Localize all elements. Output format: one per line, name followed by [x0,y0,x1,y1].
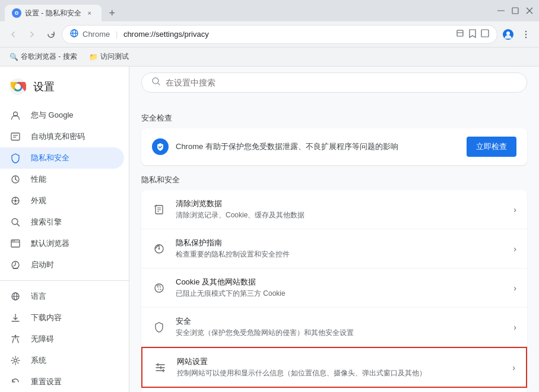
autofill-icon [9,131,21,143]
sidebar-item-default-browser-label: 默认浏览器 [31,238,69,249]
window-controls [496,6,534,15]
svg-rect-19 [11,133,20,140]
address-bar[interactable]: Chrome | chrome://settings/privacy [62,25,497,44]
sidebar: 设置 您与 Google 自动填充和密码 隐私和安全 [0,67,129,392]
performance-icon [9,173,21,185]
toolbar: Chrome | chrome://settings/privacy [0,21,539,48]
bookmark-icon[interactable] [468,29,477,40]
settings-row-privacy-sandbox[interactable]: Privacy Sandbox 试用版功能已关闭 [141,388,527,392]
privacy-guide-icon [152,242,166,256]
sidebar-item-downloads-label: 下载内容 [31,312,62,323]
sidebar-item-accessibility[interactable]: 无障碍 [0,328,124,350]
sidebar-header: 设置 [0,71,129,105]
site-settings-icon [153,361,167,375]
bookmarks-bar: 🔍 谷歌浏览器 - 搜索 📁 访问测试 [0,48,539,67]
settings-list: 清除浏览数据 清除浏览记录、Cookie、缓存及其他数据 › 隐私保护指南 检查… [141,190,527,392]
menu-button[interactable] [518,26,534,43]
sidebar-item-system[interactable]: 系统 [0,350,124,371]
sidebar-item-profile[interactable]: 您与 Google [0,105,124,126]
settings-row-clear-browsing[interactable]: 清除浏览数据 清除浏览记录、Cookie、缓存及其他数据 › [141,190,527,229]
minimize-button[interactable] [496,6,506,15]
security-subtitle: 安全浏览（保护您免受危险网站的侵害）和其他安全设置 [176,328,504,338]
site-settings-text: 网站设置 控制网站可以使用和显示什么信息（如位置信息、摄像头、弹出式窗口及其他） [177,356,503,378]
new-tab-button[interactable]: + [104,5,121,21]
settings-search-bar [129,67,539,99]
search-input[interactable] [166,78,517,87]
sidebar-item-reset[interactable]: 重置设置 [0,371,124,392]
window-switch-icon[interactable] [480,29,490,40]
content-area: 安全检查 Chrome 有助于保护您免受数据泄露、不良扩展程序等问题的影响 立即… [129,67,539,392]
sidebar-item-autofill[interactable]: 自动填充和密码 [0,126,124,147]
sidebar-divider [0,280,129,281]
refresh-button[interactable] [43,26,59,43]
bookmark-visit[interactable]: 📁 访问测试 [84,49,134,64]
sidebar-item-performance[interactable]: 性能 [0,169,124,190]
privacy-guide-subtitle: 检查重要的隐私控制设置和安全控件 [176,249,504,260]
tab-area: 设置 - 隐私和安全 × + [5,0,121,21]
sidebar-item-privacy-label: 隐私和安全 [31,153,69,163]
bookmark-visit-label: 访问测试 [100,52,129,62]
default-browser-icon [9,238,21,249]
site-settings-arrow: › [512,363,515,372]
folder-icon: 📁 [89,53,98,61]
toolbar-actions [500,26,534,43]
search-icon [151,77,161,88]
forward-button[interactable] [24,26,40,43]
sidebar-item-profile-label: 您与 Google [31,110,74,121]
maximize-button[interactable] [511,6,520,15]
svg-point-42 [14,359,17,362]
sidebar-item-search[interactable]: 搜索引擎 [0,211,124,233]
active-tab[interactable]: 设置 - 隐私和安全 × [5,5,102,21]
svg-point-17 [15,84,21,90]
settings-row-security[interactable]: 安全 安全浏览（保护您免受危险网站的侵害）和其他安全设置 › [141,308,527,347]
settings-row-cookies[interactable]: Cookie 及其他网站数据 已阻止无痕模式下的第三方 Cookie › [141,268,527,308]
sidebar-item-performance-label: 性能 [31,174,46,185]
clear-browsing-subtitle: 清除浏览记录、Cookie、缓存及其他数据 [176,210,504,220]
sidebar-item-system-label: 系统 [31,355,46,366]
check-now-button[interactable]: 立即检查 [467,137,516,157]
svg-line-29 [17,224,20,226]
settings-row-site-settings[interactable]: 网站设置 控制网站可以使用和显示什么信息（如位置信息、摄像头、弹出式窗口及其他）… [141,347,527,388]
svg-point-12 [525,30,527,31]
url-separator: | [116,30,118,39]
settings-row-privacy-guide[interactable]: 隐私保护指南 检查重要的隐私控制设置和安全控件 › [141,229,527,268]
svg-point-52 [158,248,160,249]
sidebar-group-1: 您与 Google 自动填充和密码 隐私和安全 性能 [0,105,129,276]
site-settings-title: 网站设置 [177,356,503,367]
svg-point-11 [506,31,510,35]
sidebar-item-downloads[interactable]: 下载内容 [0,307,124,328]
search-input-wrap[interactable] [141,72,527,93]
sidebar-item-startup[interactable]: 启动时 [0,254,124,276]
bookmark-search[interactable]: 🔍 谷歌浏览器 - 搜索 [5,49,82,64]
sidebar-item-language[interactable]: 语言 [0,286,124,307]
cookies-subtitle: 已阻止无痕模式下的第三方 Cookie [176,289,504,299]
profile-button[interactable] [500,26,516,43]
profile-icon [9,109,21,121]
sidebar-item-appearance[interactable]: 外观 [0,190,124,211]
bookmark-search-label: 谷歌浏览器 - 搜索 [21,52,77,62]
site-settings-subtitle: 控制网站可以使用和显示什么信息（如位置信息、摄像头、弹出式窗口及其他） [177,368,503,378]
privacy-guide-text: 隐私保护指南 检查重要的隐私控制设置和安全控件 [176,238,504,260]
system-icon [9,355,21,366]
appearance-icon [9,195,21,207]
svg-rect-2 [512,8,518,14]
sidebar-item-autofill-label: 自动填充和密码 [31,131,85,142]
close-button[interactable] [525,6,534,15]
site-icon [69,29,79,40]
sidebar-item-default-browser[interactable]: 默认浏览器 [0,233,124,254]
svg-rect-8 [457,30,463,36]
tab-close-button[interactable]: × [85,8,94,18]
svg-point-57 [160,289,161,290]
sidebar-item-privacy[interactable]: 隐私和安全 [0,147,124,169]
back-button[interactable] [5,26,21,43]
sidebar-item-search-label: 搜索引擎 [31,217,62,227]
share-icon[interactable] [455,29,465,40]
privacy-icon [9,152,21,164]
security-arrow: › [513,323,516,332]
search-engine-icon [9,216,21,228]
accessibility-icon [9,333,21,345]
sidebar-item-startup-label: 启动时 [31,260,54,270]
security-text: 安全 安全浏览（保护您免受危险网站的侵害）和其他安全设置 [176,316,504,338]
language-icon [9,290,21,302]
security-title: 安全 [176,316,504,327]
